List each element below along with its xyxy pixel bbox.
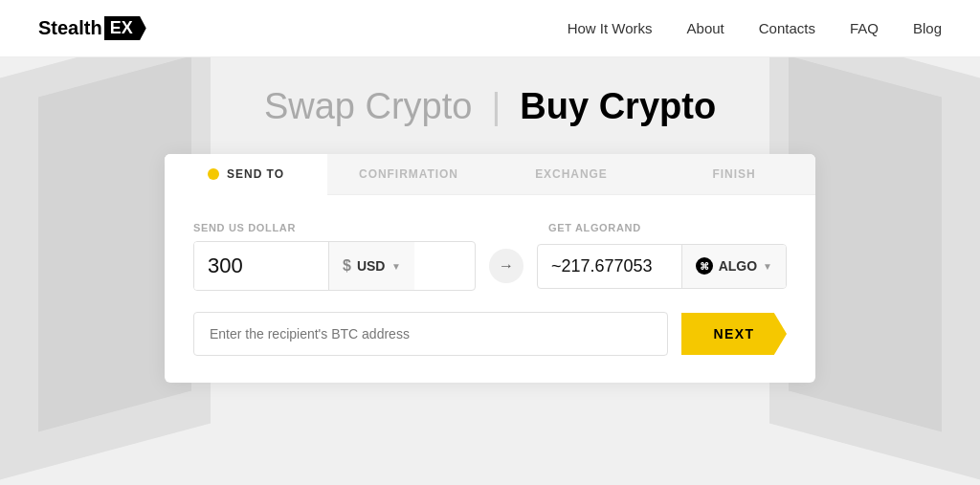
- send-currency-symbol: $: [343, 257, 351, 275]
- exchange-widget: SEND TO CONFIRMATION EXCHANGE FINISH SEN…: [165, 154, 815, 383]
- nav-how-it-works[interactable]: How It Works: [568, 20, 653, 36]
- send-currency-code: USD: [357, 258, 386, 274]
- get-group: ⌘ ALGO ▼: [537, 244, 787, 289]
- exchange-labels: SEND US DOLLAR GET ALGORAND: [193, 222, 787, 233]
- step-confirmation-label: CONFIRMATION: [359, 167, 458, 181]
- send-group: $ USD ▼: [193, 241, 476, 291]
- nav-contacts[interactable]: Contacts: [759, 20, 815, 36]
- step-finish-label: FINISH: [712, 167, 755, 181]
- steps-bar: SEND TO CONFIRMATION EXCHANGE FINISH: [165, 154, 815, 195]
- header: Stealth EX How It Works About Contacts F…: [0, 0, 980, 57]
- step-finish[interactable]: FINISH: [653, 154, 815, 194]
- send-currency-selector[interactable]: $ USD ▼: [328, 242, 414, 290]
- logo-stealth: Stealth: [38, 17, 102, 39]
- widget-body: SEND US DOLLAR GET ALGORAND $ USD ▼ →: [165, 195, 815, 383]
- get-amount-input[interactable]: [538, 245, 681, 288]
- next-button[interactable]: NEXT: [681, 313, 787, 355]
- nav-faq[interactable]: FAQ: [850, 20, 879, 36]
- main-nav: How It Works About Contacts FAQ Blog: [568, 20, 942, 36]
- nav-blog[interactable]: Blog: [913, 20, 942, 36]
- logo: Stealth EX: [38, 16, 146, 40]
- get-chevron-icon: ▼: [763, 261, 772, 272]
- hero-divider: |: [491, 86, 501, 127]
- nav-about[interactable]: About: [687, 20, 724, 36]
- algo-icon: ⌘: [696, 257, 713, 275]
- address-row: NEXT: [193, 312, 787, 356]
- step-send-to[interactable]: SEND TO: [165, 154, 327, 194]
- hero-title: Swap Crypto | Buy Crypto: [264, 86, 716, 127]
- get-label: GET ALGORAND: [548, 222, 787, 233]
- get-currency-code: ALGO: [719, 258, 757, 274]
- send-amount-input[interactable]: [194, 242, 328, 290]
- get-currency-selector[interactable]: ⌘ ALGO ▼: [681, 245, 786, 288]
- hero-swap-label: Swap Crypto: [264, 86, 473, 127]
- main-content: Swap Crypto | Buy Crypto SEND TO CONFIRM…: [0, 57, 980, 383]
- step-confirmation[interactable]: CONFIRMATION: [327, 154, 490, 194]
- recipient-address-input[interactable]: [193, 312, 668, 356]
- swap-arrow-button[interactable]: →: [489, 249, 523, 283]
- send-chevron-icon: ▼: [391, 261, 401, 272]
- step-send-to-label: SEND TO: [227, 167, 284, 181]
- step-exchange[interactable]: EXCHANGE: [490, 154, 653, 194]
- step-dot-send-to: [208, 168, 219, 180]
- hero-buy-label: Buy Crypto: [520, 86, 716, 127]
- exchange-row: $ USD ▼ → ⌘ ALGO ▼: [193, 241, 787, 291]
- logo-ex: EX: [104, 16, 146, 40]
- step-exchange-label: EXCHANGE: [535, 167, 608, 181]
- send-label: SEND US DOLLAR: [193, 222, 476, 233]
